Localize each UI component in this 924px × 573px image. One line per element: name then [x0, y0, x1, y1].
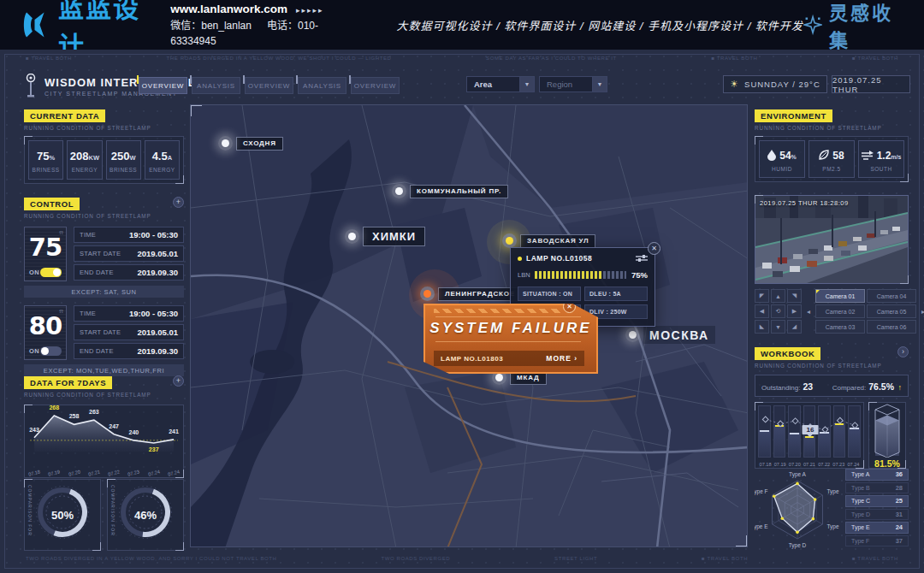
- camera-dpad: ◤ ▲ ◥ ◀ ⟲ ▶ ◣ ▼ ◢: [755, 289, 802, 334]
- sun-icon: ☀: [730, 79, 739, 90]
- status-dot: [518, 257, 522, 261]
- area-dropdown[interactable]: Area ▼: [466, 76, 535, 92]
- svg-text:Type D: Type D: [789, 542, 807, 549]
- workbook-bar[interactable]: [848, 405, 861, 458]
- workbook-bar-chart: 07.1807.1907.2007.2107.2207.2307.24 16: [755, 402, 864, 469]
- schedule-start-row: START DATE2019.05.01: [74, 324, 184, 340]
- type-e-row[interactable]: Type E24: [845, 522, 909, 534]
- schedule-end-row: END DATE2019.09.30: [74, 264, 184, 281]
- camera-03-button[interactable]: Camera 03: [815, 320, 865, 334]
- workbook-bar[interactable]: [788, 405, 801, 458]
- workbook-bar[interactable]: [818, 405, 831, 458]
- workbook-bar[interactable]: [758, 405, 771, 458]
- inspiration-collect-link[interactable]: 灵感收集: [803, 0, 902, 52]
- camera-05-button[interactable]: Camera 05: [867, 304, 916, 318]
- lbn-label: LBN: [518, 271, 530, 279]
- camera-live-view[interactable]: 2019.07.25 THUR 18:28:09: [755, 195, 909, 284]
- pan-right-button[interactable]: ▶: [787, 304, 802, 318]
- map-pin-moskva[interactable]: МОСКВА: [625, 326, 715, 344]
- comparison-gauges: COMPARISON FOR 50% COMPARISON FOR 46%: [24, 479, 184, 551]
- city-map[interactable]: СХОДНЯ КОММУНАЛЬНЫЙ ПР. ХИМКИ ЗАВОДСКАЯ …: [190, 104, 748, 547]
- lamp-pin-icon: [625, 328, 640, 342]
- type-b-row[interactable]: Type B28: [845, 482, 909, 494]
- type-a-row[interactable]: Type A36: [845, 469, 909, 481]
- schedule-toggle[interactable]: [40, 268, 62, 277]
- top-tabs: OVERVIEW ANALYSIS OVERVIEW ANALYSIS OVER…: [139, 77, 400, 94]
- pan-down-left-button[interactable]: ◣: [755, 320, 769, 334]
- svg-text:Type E: Type E: [755, 523, 768, 530]
- reset-view-button[interactable]: ⟲: [771, 304, 785, 318]
- pan-down-right-button[interactable]: ◢: [787, 320, 802, 334]
- panel-badge: CURRENT DATA: [24, 109, 105, 122]
- type-d-row[interactable]: Type D31: [845, 509, 909, 521]
- panel-workbook: WORKBOOK RUNNING CONDITION OF STREETLAMP…: [755, 345, 909, 469]
- panel-badge: CONTROL: [24, 198, 80, 210]
- schedule-time-row: TIME19:00 - 05:30: [74, 227, 184, 243]
- panel-radar: Type AType BType CType DType EType F Typ…: [755, 465, 909, 552]
- type-f-row[interactable]: Type F37: [845, 535, 909, 547]
- date-chip: 2019.07.25 THUR: [832, 75, 910, 93]
- pan-up-right-button[interactable]: ◥: [787, 289, 802, 303]
- camera-01-button[interactable]: Camera 01: [815, 289, 865, 303]
- sparkle-icon: [803, 14, 822, 36]
- streetlamp-icon: [24, 74, 38, 99]
- chevron-down-icon: ▼: [519, 77, 534, 92]
- stat-energy-a: 4.5AENERGY: [145, 140, 180, 180]
- type-c-row[interactable]: Type C25: [845, 495, 909, 507]
- more-button[interactable]: MORE ›: [546, 354, 578, 363]
- camera-04-button[interactable]: Camera 04: [867, 289, 916, 303]
- camera-timestamp: 2019.07.25 THUR 18:28:09: [760, 199, 849, 207]
- map-pin-kommunalny[interactable]: КОММУНАЛЬНЫЙ ПР.: [392, 184, 508, 198]
- map-pin-zavodskaya[interactable]: ЗАВОДСКАЯ УЛ: [502, 233, 595, 248]
- top-banner: 蓝蓝设计 www.lanlanwork.com▸▸▸▸▸ 微信：ben_lanl…: [0, 0, 924, 50]
- week-chart-x-axis: 07.1807.1907.2007.2107.2207.2307.2407.24: [28, 470, 180, 476]
- leaf-icon: [819, 150, 829, 160]
- tab-overview-2[interactable]: OVERVIEW: [245, 77, 293, 94]
- schedule-block-1: ⍾ 75 ON TIME19:00 - 05:30 START DATE2019…: [24, 227, 184, 281]
- camera-02-button[interactable]: Camera 02: [815, 304, 865, 318]
- camera-06-button[interactable]: Camera 06: [867, 320, 916, 334]
- website-link[interactable]: www.lanlanwork.com: [170, 3, 287, 15]
- workbook-stats: Outstanding:23 Compared:76.5% ↑: [755, 375, 909, 397]
- weather-chip: ☀ SUNNDAY / 29°C: [723, 75, 827, 93]
- current-data-tiles: 75%BRINESS 208KWENERGY 250WBRINESS 4.5AE…: [24, 136, 184, 184]
- schedule-toggle[interactable]: [40, 346, 62, 356]
- workbook-tank: 81.5%: [868, 402, 906, 469]
- panel-camera: 2019.07.25 THUR 18:28:09: [755, 195, 909, 334]
- lamp-id: LAMP NO.L01058: [526, 254, 636, 263]
- tab-analysis-2[interactable]: ANALYSIS: [298, 77, 346, 94]
- tab-overview-1[interactable]: OVERVIEW: [139, 77, 187, 94]
- panel-week-chart: DATA FOR 7DAYS RUNNING CONDITION OF STRE…: [24, 374, 184, 478]
- pan-up-left-button[interactable]: ◤: [755, 289, 769, 303]
- banner-contact-block: www.lanlanwork.com▸▸▸▸▸ 微信：ben_lanlan电话：…: [170, 1, 336, 49]
- stat-briness-w: 250WBRINESS: [106, 140, 141, 180]
- settings-sliders-icon[interactable]: [636, 254, 648, 263]
- expand-chart-button[interactable]: +: [173, 375, 184, 387]
- schedule-except-bar: EXCEPT: SAT, SUN: [24, 286, 184, 298]
- brightness-bar[interactable]: [535, 271, 626, 279]
- close-icon[interactable]: ✕: [648, 242, 660, 255]
- add-schedule-button[interactable]: +: [173, 197, 184, 208]
- panel-environment: ENVIRONMENT RUNNING CONDITION OF STREETL…: [755, 107, 909, 182]
- map-pin-khimki[interactable]: ХИМКИ: [345, 227, 425, 246]
- region-dropdown[interactable]: Region ▼: [539, 76, 607, 92]
- chevron-right-icon[interactable]: ›: [897, 346, 909, 357]
- decor-strip-top: ■ TRAVEL BOTH THE ROADS DIVERGED IN A YE…: [26, 56, 898, 61]
- app-root: 蓝蓝设计 www.lanlanwork.com▸▸▸▸▸ 微信：ben_lanl…: [0, 0, 924, 573]
- camera-controls: ◤ ▲ ◥ ◀ ⟲ ▶ ◣ ▼ ◢ ◂ Camera 01 Camera 02 …: [755, 289, 909, 334]
- svg-text:Type F: Type F: [755, 488, 768, 495]
- pan-up-button[interactable]: ▲: [771, 289, 785, 303]
- services-label: 大数据可视化设计 / 软件界面设计 / 网站建设 / 手机及小程序设计 / 软件…: [397, 17, 803, 33]
- pan-left-button[interactable]: ◀: [755, 304, 769, 318]
- pan-down-button[interactable]: ▼: [771, 320, 785, 334]
- workbook-bar[interactable]: [773, 405, 786, 458]
- camera-list-prev-icon[interactable]: ◂: [807, 308, 810, 316]
- camera-list: Camera 01 Camera 02 Camera 03 Camera 04 …: [815, 289, 916, 334]
- panel-badge: ENVIRONMENT: [755, 109, 832, 122]
- map-pin-skhodnya[interactable]: СХОДНЯ: [218, 136, 283, 151]
- brightness-level-box: ⍾ 80 ON: [24, 305, 67, 360]
- workbook-bar[interactable]: [833, 405, 846, 458]
- tab-overview-3[interactable]: OVERVIEW: [351, 77, 400, 94]
- tab-analysis-1[interactable]: ANALYSIS: [192, 77, 240, 94]
- panel-badge: DATA FOR 7DAYS: [24, 376, 112, 389]
